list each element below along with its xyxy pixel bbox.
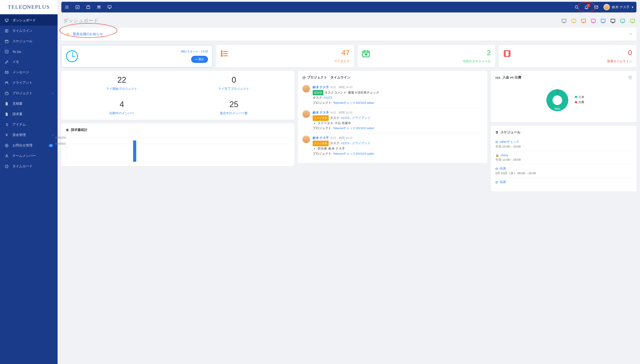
sidebar-item-2[interactable]: スケジュール — [0, 36, 58, 46]
task-link[interactable]: #1373 - クライアント — [341, 116, 371, 120]
timeline-user-link[interactable]: 鈴木 テス子 — [313, 111, 329, 114]
timeline-item: 鈴木 テス子今日 時間 14:33追加済タスクコメント: 最後４項目未チェックタ… — [302, 83, 483, 108]
filter-monitor-2[interactable] — [581, 19, 586, 22]
exit-button[interactable]: ↦ 退出 — [191, 56, 208, 63]
filter-monitor-4[interactable] — [601, 19, 605, 22]
app-logo[interactable]: TELENEPLUS — [0, 0, 58, 14]
notice-link[interactable]: 緊急会議のお知らせ — [73, 32, 103, 36]
sidebar-item-10[interactable]: アイテム — [0, 119, 58, 130]
help-icon[interactable]: ? — [628, 76, 632, 79]
at-icon: @ — [495, 180, 498, 184]
dual-stat-label: マイ開始プロジェクト — [66, 87, 178, 91]
schedule-event-link[interactable]: 🔒check — [495, 153, 632, 157]
filter-monitor-6[interactable] — [620, 19, 625, 22]
donut-chart: 99% — [543, 86, 572, 115]
stat-value: 0 — [503, 49, 632, 56]
calendar-icon — [4, 39, 9, 43]
dual-stat-label: 出勤中のメンバー — [66, 111, 178, 115]
menu-icon[interactable] — [64, 5, 69, 10]
bell-icon[interactable]: 1 — [584, 5, 589, 10]
sidebar-item-4[interactable]: メモ — [0, 57, 58, 67]
filter-monitor-7[interactable] — [630, 19, 635, 22]
sidebar-item-3[interactable]: To Do — [0, 46, 58, 57]
sidebar-item-8[interactable]: 見積書 — [0, 98, 58, 109]
sidebar-item-12[interactable]: お問合せ管理5 — [0, 140, 58, 151]
chart-bar — [133, 140, 136, 162]
users-icon[interactable] — [96, 5, 101, 10]
stat-card-timeline[interactable]: 0新着タイムライン — [499, 45, 636, 67]
schedule-event-link[interactable]: @会議 — [495, 166, 632, 170]
dual-stat-2[interactable]: 4出勤中のメンバー — [66, 100, 178, 115]
timeline-panel-title: プロジェクト タイムライン — [307, 75, 350, 80]
close-icon[interactable]: × — [629, 32, 632, 37]
dual-stat-value: 0 — [178, 75, 290, 85]
filter-monitor-5[interactable] — [611, 19, 615, 22]
list-icon — [4, 123, 9, 127]
sidebar-item-7[interactable]: プロジェクト› — [0, 88, 58, 98]
timeline-timestamp: 今日 時間 14:32 — [330, 111, 352, 114]
stat-card-schedule[interactable]: 2今日のスケジュール — [358, 45, 495, 67]
stat-card-tasks[interactable]: 47マイタスク — [216, 45, 354, 67]
timeline-icon — [4, 29, 9, 33]
schedule-item: @会議3月 31日（水） 09:00 – 10:00 — [495, 164, 632, 178]
at-icon: @ — [495, 140, 498, 144]
sidebar-item-14[interactable]: タイムカード — [0, 161, 58, 172]
yen-icon: ¥ — [4, 133, 9, 137]
timeline-tag: 追加済 — [313, 90, 323, 95]
stat-value: 47 — [221, 49, 350, 56]
project-link[interactable]: Teleoneチェック202103 safari — [333, 152, 374, 155]
svg-point-17 — [575, 6, 578, 8]
project-link[interactable]: Teleoneチェック202103 safari — [333, 126, 374, 130]
timeline-user-link[interactable]: 鈴木 テス子 — [313, 136, 329, 140]
timeline-panel: ◷プロジェクト タイムライン 鈴木 テス子今日 時間 14:33追加済タスクコメ… — [298, 71, 487, 163]
invoice-chart-panel: 🗎請求書統計 60000008000000 — [61, 123, 294, 166]
filter-monitor-0[interactable] — [562, 19, 566, 22]
sidebar-item-13[interactable]: チームメンバー — [0, 151, 58, 161]
schedule-title: スケジュール — [500, 130, 520, 134]
legend-item: 入金 — [575, 95, 584, 99]
svg-rect-2 — [5, 40, 8, 43]
sidebar-item-9[interactable]: 請求書 — [0, 109, 58, 119]
caret-down-icon: ▾ — [632, 5, 633, 9]
filter-icons — [562, 19, 635, 22]
svg-rect-7 — [5, 92, 8, 95]
users-icon — [4, 81, 9, 85]
file-icon — [4, 102, 9, 106]
sidebar-item-5[interactable]: メッセージ — [0, 67, 58, 78]
sidebar-item-11[interactable]: ¥資金管理› — [0, 130, 58, 140]
svg-rect-12 — [76, 6, 79, 9]
timeline-user-link[interactable]: 鈴木 テス子 — [313, 86, 329, 89]
sidebar-item-1[interactable]: タイムライン — [0, 26, 58, 36]
dual-stat-1[interactable]: 0マイ完了プロジェクト — [178, 75, 290, 91]
clock-icon — [66, 50, 78, 62]
dual-stat-3[interactable]: 25退出中のメンバー数 — [178, 100, 290, 115]
task-link[interactable]: #1373 — [324, 96, 332, 99]
task-link[interactable]: #1373 - クライアント — [341, 142, 371, 145]
check-icon[interactable] — [75, 5, 80, 10]
sidebar-item-0[interactable]: ダッシュボード — [0, 15, 58, 26]
briefcase-icon[interactable] — [86, 5, 91, 10]
filter-monitor-1[interactable] — [572, 19, 576, 22]
schedule-event-link[interactable]: @会議 — [495, 180, 632, 184]
schedule-item: @safariチェック今日 15:00 – 16:00 — [495, 138, 632, 151]
dual-stat-0[interactable]: 22マイ開始プロジェクト — [66, 75, 178, 91]
chevron-right-icon: › — [52, 134, 53, 137]
timeline-tag: タスク更新 — [313, 141, 329, 146]
svg-point-26 — [553, 95, 562, 105]
mail-icon[interactable] — [594, 5, 599, 10]
search-icon[interactable] — [574, 5, 579, 10]
svg-point-9 — [6, 145, 7, 146]
schedule-event-link[interactable]: @safariチェック — [495, 140, 632, 144]
dual-stat-label: 退出中のメンバー数 — [178, 111, 290, 115]
chevron-right-icon: › — [52, 92, 53, 95]
y-tick-label: 8000000 — [55, 136, 66, 139]
project-link[interactable]: Teleoneチェック202103 safari — [333, 101, 374, 104]
filter-monitor-3[interactable] — [591, 19, 596, 22]
svg-point-8 — [5, 144, 8, 147]
user-menu[interactable]: 鈴木 テス子 ▾ — [604, 4, 633, 10]
notice-banner: 緊急会議のお知らせ × — [61, 28, 636, 41]
monitor-icon[interactable] — [107, 5, 112, 10]
sidebar-item-6[interactable]: クライアント — [0, 78, 58, 88]
sidebar-item-label: ダッシュボード — [12, 18, 36, 22]
timeline-item: 鈴木 テス子今日 時間 14:32タスク更新タスク: #1373 - クライアン… — [302, 133, 483, 158]
